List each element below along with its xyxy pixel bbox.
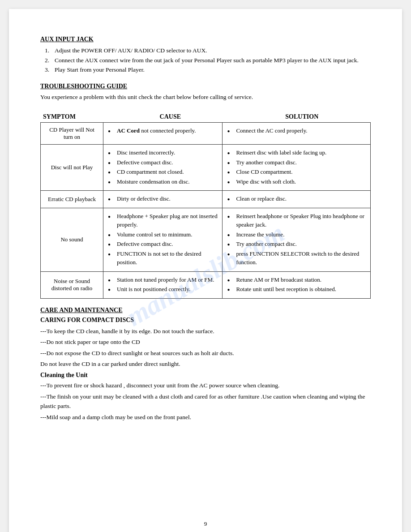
cleaning-item-2: ---The finish on your unit may be cleane… (40, 392, 371, 411)
care-subtitle: CARING FOR COMPACT DISCS (40, 317, 371, 324)
solution-list-3: Clean or replace disc. (227, 194, 366, 203)
care-item-3: ---Do not expose the CD to direct sunlig… (40, 348, 371, 358)
solution-item: Reinsert disc with label side facing up. (227, 148, 366, 157)
solution-list-2: Reinsert disc with label side facing up.… (227, 148, 366, 186)
trouble-table: CD Player will Not turn on AC Cord not c… (40, 122, 371, 299)
care-section: CARE AND MAINTENANCE CARING FOR COMPACT … (40, 307, 371, 422)
care-title: CARE AND MAINTENANCE (40, 307, 371, 314)
solution-item: Rotate unit until best reception is obta… (227, 285, 366, 294)
cause-cell-5: Station not tuned properly for AM or FM.… (103, 271, 223, 298)
cause-list-5: Station not tuned properly for AM or FM.… (108, 275, 218, 294)
care-item-1: ---To keep the CD clean, handle it by it… (40, 326, 371, 336)
aux-step-1: 1. Adjust the POWER OFF/ AUX/ RADIO/ CD … (45, 46, 371, 56)
aux-section: AUX INPUT JACK 1. Adjust the POWER OFF/ … (40, 36, 371, 75)
cause-item: Dirty or defective disc. (108, 194, 218, 203)
solution-cell-1: Connect the AC cord properly. (223, 123, 371, 145)
cause-cell-3: Dirty or defective disc. (103, 191, 223, 208)
solution-cell-2: Reinsert disc with label side facing up.… (223, 145, 371, 191)
solution-item: Wipe disc with soft cloth. (227, 177, 366, 186)
solution-item: Increase the volume. (227, 230, 366, 239)
cause-item: FUNCTION is not set to the desired posit… (108, 249, 218, 267)
solution-item: Retune AM or FM broadcast station. (227, 275, 366, 284)
cause-cell-4: Headphone + Speaker plug are not inserte… (103, 208, 223, 271)
aux-step-3: 3. Play Start from your Personal Player. (45, 65, 371, 75)
cause-item: Station not tuned properly for AM or FM. (108, 275, 218, 284)
cause-item: Volume control set to minimum. (108, 230, 218, 239)
cause-cell-1: AC Cord not connected properly. (103, 123, 223, 145)
table-row: Disc will not Play Disc inserted incorre… (41, 145, 371, 191)
solution-item: Clean or replace disc. (227, 194, 366, 203)
solution-cell-5: Retune AM or FM broadcast station. Rotat… (223, 271, 371, 298)
cause-item: Headphone + Speaker plug are not inserte… (108, 212, 218, 229)
cause-list-3: Dirty or defective disc. (108, 194, 218, 203)
solution-item: Connect the AC cord properly. (227, 126, 366, 135)
symptom-cell-1: CD Player will Not turn on (41, 123, 103, 145)
aux-step-2: 2. Connect the AUX connect wire from the… (45, 56, 371, 65)
cause-header: CAUSE (107, 112, 233, 122)
cause-item: Defective compact disc. (108, 240, 218, 249)
solution-item: Close CD compartment. (227, 167, 366, 176)
solution-cell-4: Reinsert headphone or Speaker Plug into … (223, 208, 371, 271)
page-number: 9 (9, 520, 402, 528)
cleaning-item-3: ---Mild soap and a damp cloth may be use… (40, 412, 371, 422)
cause-item: AC Cord not connected properly. (108, 126, 218, 135)
symptom-cell-2: Disc will not Play (41, 145, 103, 191)
solution-cell-3: Clean or replace disc. (223, 191, 371, 208)
aux-steps-list: 1. Adjust the POWER OFF/ AUX/ RADIO/ CD … (45, 46, 371, 75)
symptom-cell-3: Erratic CD playback (41, 191, 103, 208)
solution-header: SOLUTION (233, 112, 371, 122)
table-row: Erratic CD playback Dirty or defective d… (41, 191, 371, 208)
cause-list-4: Headphone + Speaker plug are not inserte… (108, 212, 218, 267)
cause-cell-2: Disc inserted incorrectly. Defective com… (103, 145, 223, 191)
symptom-cell-5: Noise or Sound distorted on radio (41, 271, 103, 298)
solution-item: press FUNCTION SELECTOR switch to the de… (227, 249, 366, 267)
cause-list-1: AC Cord not connected properly. (108, 126, 218, 135)
aux-title: AUX INPUT JACK (40, 36, 371, 43)
table-header-row: SYMPTOM CAUSE SOLUTION (40, 112, 371, 122)
troubleshoot-title: TROUBLESHOOTING GUIDE (40, 83, 371, 90)
cause-item: Unit is not positioned correctly. (108, 285, 218, 294)
page: manualslib.com AUX INPUT JACK 1. Adjust … (9, 9, 402, 532)
solution-item: Reinsert headphone or Speaker Plug into … (227, 212, 366, 229)
symptom-cell-4: No sound (41, 208, 103, 271)
solution-item: Try another compact disc. (227, 158, 366, 167)
solution-list-4: Reinsert headphone or Speaker Plug into … (227, 212, 366, 267)
solution-list-1: Connect the AC cord properly. (227, 126, 366, 135)
solution-list-5: Retune AM or FM broadcast station. Rotat… (227, 275, 366, 294)
solution-item: Try another compact disc. (227, 240, 366, 249)
troubleshoot-section: TROUBLESHOOTING GUIDE You experience a p… (40, 83, 371, 299)
cause-item: Defective compact disc. (108, 158, 218, 167)
troubleshoot-intro: You experience a problem with this unit … (40, 93, 371, 102)
cause-item: Moisture condensation on disc. (108, 177, 218, 186)
cause-item: Disc inserted incorrectly. (108, 148, 218, 157)
cause-item: CD compartment not closed. (108, 167, 218, 176)
symptom-header: SYMPTOM (40, 112, 107, 122)
care-item-4: Do not leave the CD in a car parked unde… (40, 359, 371, 369)
table-row: CD Player will Not turn on AC Cord not c… (41, 123, 371, 145)
care-item-2: ---Do not stick paper or tape onto the C… (40, 337, 371, 347)
cleaning-title: Cleaning the Unit (40, 372, 371, 379)
cause-list-2: Disc inserted incorrectly. Defective com… (108, 148, 218, 186)
cleaning-item-1: ---To prevent fire or shock hazard , dis… (40, 381, 371, 390)
table-row: Noise or Sound distorted on radio Statio… (41, 271, 371, 298)
table-row: No sound Headphone + Speaker plug are no… (41, 208, 371, 271)
